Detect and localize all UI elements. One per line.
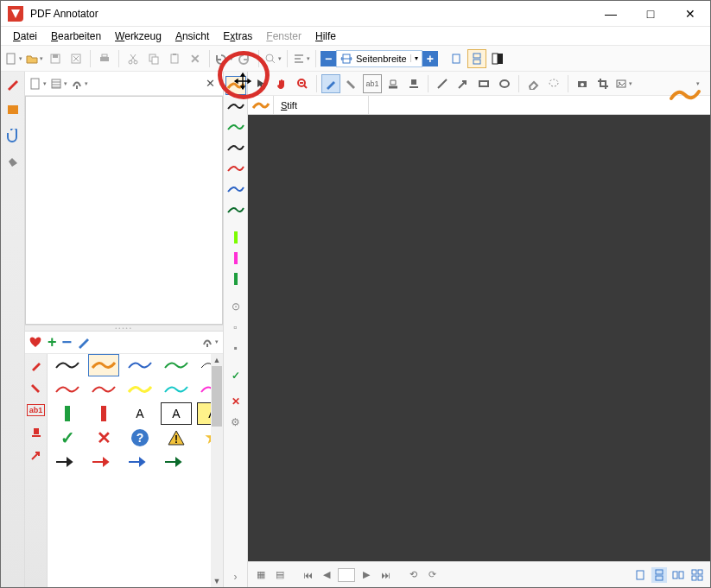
preset-cross-icon[interactable]: ✕ [225, 392, 246, 411]
preset-darkgreen[interactable] [225, 200, 246, 219]
preset-orange[interactable] [225, 76, 246, 95]
tool-lasso-icon[interactable] [544, 74, 563, 93]
splitter-handle[interactable]: ••••• [25, 325, 223, 332]
nav-prev-icon[interactable]: ◀ [319, 567, 334, 583]
tool-pen-icon[interactable] [321, 74, 340, 93]
fav-text-plain[interactable]: A [124, 402, 156, 425]
nav-back-icon[interactable]: ⟲ [405, 567, 421, 583]
undo-button[interactable] [214, 49, 233, 68]
tool-ellipse-icon[interactable] [495, 74, 514, 93]
tool-hand-icon[interactable] [272, 74, 291, 93]
page-close-button[interactable]: ✕ [200, 74, 219, 93]
menu-datei[interactable]: Datei [6, 28, 44, 44]
menu-bearbeiten[interactable]: Bearbeiten [44, 28, 108, 44]
fav-pen-blue[interactable] [124, 354, 156, 376]
fav-arrow-red[interactable] [88, 451, 119, 473]
rail-expand-icon[interactable]: › [225, 567, 246, 586]
favorite-heart-icon[interactable] [29, 336, 42, 348]
fav-text-highlighted[interactable]: A [197, 402, 211, 425]
scroll-down-icon[interactable]: ▼ [211, 575, 223, 587]
menu-extras[interactable]: Extras [216, 28, 259, 44]
fav-arrow-blue[interactable] [124, 451, 156, 473]
page-book-button[interactable] [49, 74, 68, 93]
fav-warning-icon[interactable]: ! [161, 427, 192, 449]
preset-dot2-icon[interactable]: ▫ [225, 318, 246, 337]
fav-pen-black[interactable] [52, 354, 83, 376]
preset-check-icon[interactable]: ✓ [225, 366, 246, 385]
fav-text-boxed[interactable]: A [161, 402, 192, 425]
fav-hl-red[interactable] [88, 402, 119, 425]
favorite-add-button[interactable]: + [48, 333, 57, 351]
tool-marker-icon[interactable] [342, 74, 361, 93]
fav-question-icon[interactable]: ? [124, 427, 156, 449]
redo-button[interactable] [235, 49, 254, 68]
preset-red[interactable] [225, 159, 246, 178]
fullscreen-button[interactable] [488, 49, 507, 68]
nav-page-box[interactable] [338, 568, 355, 582]
tool-rect-icon[interactable] [474, 74, 493, 93]
tab-notes-icon[interactable] [6, 103, 20, 117]
tool-arrow-icon[interactable] [454, 74, 473, 93]
fav-pen-black-thin[interactable] [197, 354, 211, 376]
fav-arrow-black[interactable] [52, 451, 83, 473]
fav-cross-icon[interactable]: ✕ [88, 427, 119, 449]
zoom-select[interactable]: Seitenbreite ▾ [336, 50, 422, 67]
fav-check-icon[interactable]: ✓ [52, 427, 83, 449]
tab-pen-icon[interactable] [6, 77, 20, 91]
favorites-scrollbar[interactable]: ▲ ▼ [211, 354, 223, 588]
tool-camera-icon[interactable] [573, 74, 592, 93]
scroll-thumb[interactable] [212, 366, 222, 427]
cat-text-icon[interactable]: ab1 [27, 404, 46, 416]
cat-marker-icon[interactable] [30, 382, 42, 394]
print-button[interactable] [95, 49, 114, 68]
view-cont-icon[interactable] [651, 567, 667, 583]
preset-black2[interactable] [225, 138, 246, 157]
paste-button[interactable] [165, 49, 184, 68]
tab-bookmarks-icon[interactable] [7, 155, 19, 167]
favorite-settings-button[interactable] [200, 332, 219, 351]
cut-button[interactable] [124, 49, 143, 68]
save-button[interactable] [46, 49, 65, 68]
view-two-cont-icon[interactable] [689, 567, 705, 583]
find-button[interactable] [263, 49, 282, 68]
minimize-button[interactable]: — [591, 1, 631, 27]
menu-werkzeug[interactable]: Werkzeug [108, 28, 168, 44]
fav-pen-orange[interactable] [88, 354, 119, 376]
preset-dot3-icon[interactable]: ▪ [225, 338, 246, 357]
tool-textmark-icon[interactable] [384, 74, 403, 93]
save-clear-button[interactable] [67, 49, 86, 68]
new-button[interactable] [4, 49, 23, 68]
nav-forward-icon[interactable]: ⟳ [424, 567, 440, 583]
cat-pen-icon[interactable] [30, 359, 42, 371]
layout-continuous-button[interactable] [467, 49, 486, 68]
menu-hilfe[interactable]: Hilfe [308, 28, 343, 44]
preset-hl-lime[interactable] [225, 228, 246, 247]
nav-first-icon[interactable]: ⏮ [300, 567, 315, 583]
preset-hl-magenta[interactable] [225, 249, 246, 268]
fav-pen-red[interactable] [52, 378, 83, 401]
tool-image-icon[interactable] [614, 74, 633, 93]
tool-crop-icon[interactable] [594, 74, 613, 93]
tool-text-icon[interactable]: ab1 [363, 74, 382, 93]
close-button[interactable]: ✕ [670, 1, 710, 27]
view-two-icon[interactable] [670, 567, 686, 583]
page-new-button[interactable] [29, 74, 48, 93]
tool-stamp-icon[interactable] [404, 74, 423, 93]
cat-stamp-icon[interactable] [30, 427, 42, 439]
fav-pen-cyan[interactable] [161, 378, 192, 401]
favorite-edit-pen-icon[interactable] [77, 335, 91, 349]
tool-eraser-icon[interactable] [524, 74, 543, 93]
zoom-in-button[interactable]: + [422, 51, 438, 66]
tool-pointer-icon[interactable] [251, 74, 270, 93]
view-single-icon[interactable] [632, 567, 648, 583]
thumbnail-canvas[interactable] [25, 96, 223, 325]
page-settings-button[interactable] [70, 74, 89, 93]
preset-hl-green[interactable] [225, 269, 246, 288]
nav-next-icon[interactable]: ▶ [359, 567, 374, 583]
layout-single-button[interactable] [447, 49, 466, 68]
scroll-up-icon[interactable]: ▲ [211, 354, 223, 366]
toolbar-strip-pen-icon[interactable] [667, 82, 703, 108]
menu-ansicht[interactable]: Ansicht [168, 28, 216, 44]
align-button[interactable] [292, 49, 311, 68]
delete-button[interactable]: ✕ [186, 49, 205, 68]
